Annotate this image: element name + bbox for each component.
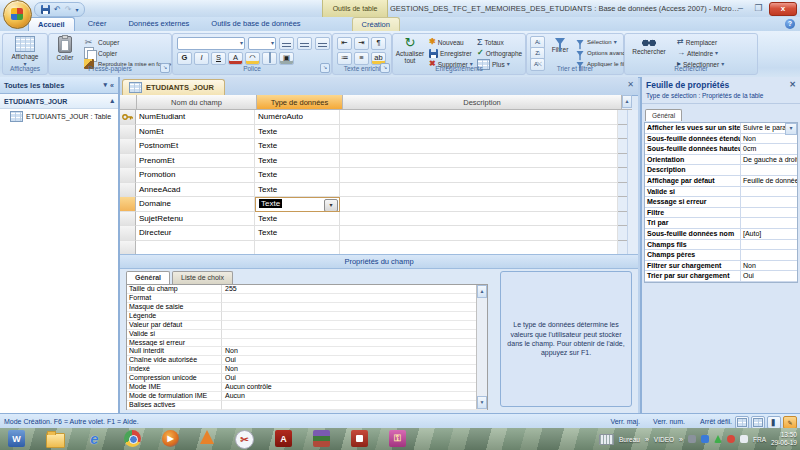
font-name-select[interactable] — [177, 37, 245, 50]
property-sheet-close-icon[interactable]: ✕ — [789, 80, 796, 89]
property-value[interactable] — [741, 218, 797, 229]
snipping-tool-icon[interactable]: ✂ — [235, 430, 254, 449]
text-direction-icon[interactable]: ¶ — [371, 37, 386, 50]
field-description-cell[interactable] — [340, 168, 618, 183]
field-type-cell[interactable]: Texte▾ — [255, 125, 340, 140]
tab-general[interactable]: Général — [126, 271, 170, 284]
usb-tray-icon[interactable] — [688, 435, 696, 443]
field-description-cell[interactable] — [340, 125, 618, 140]
property-value[interactable]: Aucun contrôle — [222, 383, 487, 392]
minimize-button[interactable]: – — [733, 3, 748, 15]
red-app-icon[interactable] — [351, 430, 368, 447]
redo-icon[interactable]: ↷ — [65, 6, 72, 14]
nav-shutter-icon[interactable]: « — [110, 82, 114, 89]
field-description-cell[interactable] — [340, 226, 618, 241]
column-header-description[interactable]: Description — [343, 95, 622, 110]
property-value[interactable]: Suivre le paramé — [741, 123, 797, 134]
property-value[interactable]: 0cm — [741, 144, 797, 155]
vlc-icon[interactable] — [200, 430, 214, 444]
property-value[interactable]: 255 — [222, 285, 487, 294]
font-color-icon[interactable]: A — [228, 52, 243, 65]
grid-vertical-scrollbar[interactable] — [627, 110, 638, 254]
bureau-chevron-icon[interactable]: » — [645, 436, 649, 443]
property-value[interactable]: Aucun — [222, 392, 487, 401]
numbered-list-icon[interactable]: ≔ — [337, 52, 352, 65]
file-explorer-icon[interactable] — [46, 433, 65, 448]
paste-button[interactable]: Coller — [52, 36, 78, 61]
property-value[interactable] — [222, 401, 487, 410]
property-value[interactable] — [222, 330, 487, 339]
type-dropdown-icon[interactable]: ▾ — [324, 199, 338, 212]
scroll-up-icon[interactable]: ▲ — [622, 95, 632, 108]
ribbon-tab[interactable]: Création — [352, 17, 400, 31]
access-icon[interactable]: ⚿ — [389, 430, 406, 447]
restore-button[interactable]: ❐ — [751, 3, 766, 15]
word-icon[interactable]: W — [8, 430, 25, 447]
clock[interactable]: 13:50 29-06-19 — [771, 431, 797, 447]
property-value[interactable]: Non — [741, 261, 797, 272]
field-type-cell[interactable]: Texte▾ — [255, 139, 340, 154]
property-value[interactable]: Non — [222, 347, 487, 356]
find-button[interactable]: Rechercher — [629, 38, 669, 55]
property-value[interactable] — [222, 294, 487, 303]
bold-button[interactable]: G — [177, 52, 192, 65]
field-name-cell[interactable]: AnneeAcad — [136, 183, 255, 198]
align-right-icon[interactable] — [315, 37, 330, 50]
row-selector[interactable] — [120, 139, 136, 154]
highlight-color-icon[interactable]: ◠ — [245, 52, 260, 65]
row-selector[interactable] — [120, 183, 136, 198]
bulleted-list-icon[interactable]: ≡ — [354, 52, 369, 65]
view-button[interactable]: Affichage ▾ — [8, 36, 42, 67]
field-name-cell[interactable]: PostnomEt — [136, 139, 255, 154]
property-value[interactable]: Oui — [741, 271, 797, 282]
property-sheet-tab-general[interactable]: Général — [645, 109, 682, 121]
field-type-cell[interactable]: Texte▾ — [255, 212, 340, 227]
tab-lookup[interactable]: Liste de choix — [172, 271, 233, 284]
field-name-cell[interactable]: PrenomEt — [136, 154, 255, 169]
scroll-down-icon[interactable]: ▼ — [477, 396, 487, 409]
document-close-icon[interactable]: ✕ — [627, 80, 634, 89]
adobe-reader-icon[interactable]: A — [275, 430, 292, 447]
language-bar-keyboard-icon[interactable] — [599, 434, 614, 445]
undo-icon[interactable]: ↶ — [54, 6, 61, 14]
property-value[interactable] — [741, 197, 797, 208]
winrar-icon[interactable] — [313, 430, 330, 447]
property-value[interactable] — [222, 321, 487, 330]
property-value[interactable]: Oui — [222, 356, 487, 365]
row-selector[interactable] — [120, 125, 136, 140]
property-value[interactable] — [741, 240, 797, 251]
property-value[interactable] — [741, 165, 797, 176]
document-tab[interactable]: ETUDIANTS_JOUR — [122, 79, 225, 95]
nav-table-item[interactable]: ETUDIANTS_JOUR : Table — [0, 109, 118, 123]
save-icon[interactable] — [41, 5, 50, 14]
field-description-cell[interactable] — [340, 154, 618, 169]
clipboard-dialog-launcher-icon[interactable]: ↘ — [160, 63, 170, 73]
italic-button[interactable]: I — [194, 52, 209, 65]
field-description-cell[interactable] — [340, 197, 618, 212]
row-selector[interactable] — [120, 110, 136, 125]
font-size-select[interactable] — [248, 37, 276, 50]
column-header-name[interactable]: Nom du champ — [137, 95, 257, 110]
field-type-cell[interactable]: Texte▾ — [255, 197, 340, 212]
row-selector[interactable] — [120, 154, 136, 169]
field-type-cell[interactable]: Texte▾ — [255, 154, 340, 169]
property-value[interactable]: De gauche à droite — [741, 155, 797, 166]
align-center-icon[interactable] — [297, 37, 312, 50]
field-type-cell[interactable]: Texte▾ — [255, 183, 340, 198]
field-description-cell[interactable] — [340, 139, 618, 154]
field-name-cell[interactable]: Directeur — [136, 226, 255, 241]
video-chevron-icon[interactable]: » — [679, 436, 683, 443]
row-selector[interactable] — [120, 168, 136, 183]
align-left-icon[interactable] — [279, 37, 294, 50]
field-name-cell[interactable]: NomEt — [136, 125, 255, 140]
refresh-all-button[interactable]: ↻ Actualiser tout — [395, 36, 425, 64]
toolbar-bureau[interactable]: Bureau — [619, 436, 640, 443]
ribbon-tab[interactable]: Outils de base de données — [202, 17, 309, 30]
language-indicator[interactable]: FRA — [753, 436, 766, 443]
row-selector[interactable] — [120, 212, 136, 227]
field-type-cell[interactable]: NuméroAuto▾ — [255, 110, 340, 125]
close-button[interactable]: x — [769, 2, 797, 16]
properties-scrollbar[interactable]: ▲ ▼ — [476, 285, 487, 409]
field-description-cell[interactable] — [340, 183, 618, 198]
ribbon-tab[interactable]: Créer — [79, 17, 116, 30]
